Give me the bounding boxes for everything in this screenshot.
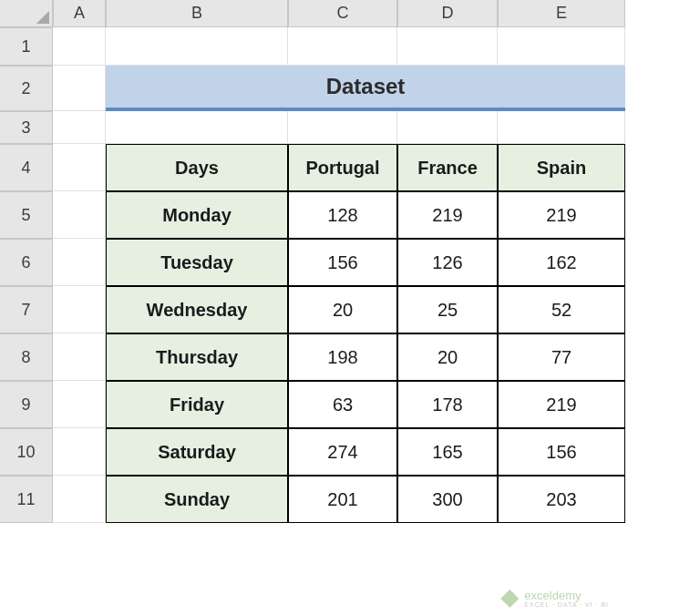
table-header-portugal[interactable]: Portugal bbox=[288, 144, 397, 191]
table-cell[interactable]: 156 bbox=[288, 239, 397, 286]
col-header-E[interactable]: E bbox=[498, 0, 625, 27]
spreadsheet-grid: A B C D E 1 2 Dataset 3 4 Days Portugal … bbox=[0, 0, 700, 523]
row-header-4[interactable]: 4 bbox=[0, 144, 53, 191]
table-row[interactable]: Sunday bbox=[106, 476, 288, 523]
cell-A6[interactable] bbox=[53, 239, 106, 286]
table-header-france[interactable]: France bbox=[397, 144, 498, 191]
table-cell[interactable]: 25 bbox=[397, 286, 498, 333]
table-cell[interactable]: 128 bbox=[288, 191, 397, 239]
cell-C3[interactable] bbox=[288, 111, 397, 144]
table-cell[interactable]: 201 bbox=[288, 476, 397, 523]
cell-B3[interactable] bbox=[106, 111, 288, 144]
row-header-3[interactable]: 3 bbox=[0, 111, 53, 144]
table-cell[interactable]: 198 bbox=[288, 333, 397, 381]
row-header-8[interactable]: 8 bbox=[0, 333, 53, 381]
table-row[interactable]: Thursday bbox=[106, 333, 288, 381]
table-cell[interactable]: 274 bbox=[288, 428, 397, 476]
cell-D3[interactable] bbox=[397, 111, 498, 144]
table-row[interactable]: Wednesday bbox=[106, 286, 288, 333]
table-cell[interactable]: 300 bbox=[397, 476, 498, 523]
cell-C1[interactable] bbox=[288, 27, 397, 66]
cell-A5[interactable] bbox=[53, 191, 106, 239]
table-row[interactable]: Monday bbox=[106, 191, 288, 239]
row-header-11[interactable]: 11 bbox=[0, 476, 53, 523]
table-row[interactable]: Saturday bbox=[106, 428, 288, 476]
watermark-brand: exceldemy bbox=[524, 589, 609, 601]
row-header-7[interactable]: 7 bbox=[0, 286, 53, 333]
table-cell[interactable]: 20 bbox=[397, 333, 498, 381]
cell-E3[interactable] bbox=[498, 111, 625, 144]
col-header-D[interactable]: D bbox=[397, 0, 498, 27]
row-header-10[interactable]: 10 bbox=[0, 428, 53, 476]
dataset-title[interactable]: Dataset bbox=[106, 66, 625, 111]
cell-A7[interactable] bbox=[53, 286, 106, 333]
col-header-B[interactable]: B bbox=[106, 0, 288, 27]
cell-A9[interactable] bbox=[53, 381, 106, 428]
cell-A8[interactable] bbox=[53, 333, 106, 381]
select-all-corner[interactable] bbox=[0, 0, 53, 27]
cell-A2[interactable] bbox=[53, 66, 106, 111]
table-cell[interactable]: 178 bbox=[397, 381, 498, 428]
table-cell[interactable]: 126 bbox=[397, 239, 498, 286]
watermark: exceldemy EXCEL · DATA · VI · BI bbox=[500, 589, 609, 608]
table-cell[interactable]: 52 bbox=[498, 286, 625, 333]
table-cell[interactable]: 156 bbox=[498, 428, 625, 476]
table-row[interactable]: Tuesday bbox=[106, 239, 288, 286]
table-header-days[interactable]: Days bbox=[106, 144, 288, 191]
cell-E1[interactable] bbox=[498, 27, 625, 66]
table-cell[interactable]: 165 bbox=[397, 428, 498, 476]
watermark-tagline: EXCEL · DATA · VI · BI bbox=[524, 601, 609, 608]
cell-A1[interactable] bbox=[53, 27, 106, 66]
table-cell[interactable]: 219 bbox=[498, 191, 625, 239]
cell-D1[interactable] bbox=[397, 27, 498, 66]
table-row[interactable]: Friday bbox=[106, 381, 288, 428]
table-cell[interactable]: 219 bbox=[397, 191, 498, 239]
row-header-2[interactable]: 2 bbox=[0, 66, 53, 111]
table-header-spain[interactable]: Spain bbox=[498, 144, 625, 191]
table-cell[interactable]: 203 bbox=[498, 476, 625, 523]
exceldemy-logo-icon bbox=[500, 589, 519, 608]
table-cell[interactable]: 20 bbox=[288, 286, 397, 333]
table-cell[interactable]: 162 bbox=[498, 239, 625, 286]
table-cell[interactable]: 63 bbox=[288, 381, 397, 428]
table-cell[interactable]: 219 bbox=[498, 381, 625, 428]
row-header-6[interactable]: 6 bbox=[0, 239, 53, 286]
cell-A10[interactable] bbox=[53, 428, 106, 476]
cell-A11[interactable] bbox=[53, 476, 106, 523]
col-header-C[interactable]: C bbox=[288, 0, 397, 27]
cell-B1[interactable] bbox=[106, 27, 288, 66]
row-header-9[interactable]: 9 bbox=[0, 381, 53, 428]
row-header-1[interactable]: 1 bbox=[0, 27, 53, 66]
cell-A3[interactable] bbox=[53, 111, 106, 144]
table-cell[interactable]: 77 bbox=[498, 333, 625, 381]
row-header-5[interactable]: 5 bbox=[0, 191, 53, 239]
col-header-A[interactable]: A bbox=[53, 0, 106, 27]
cell-A4[interactable] bbox=[53, 144, 106, 191]
